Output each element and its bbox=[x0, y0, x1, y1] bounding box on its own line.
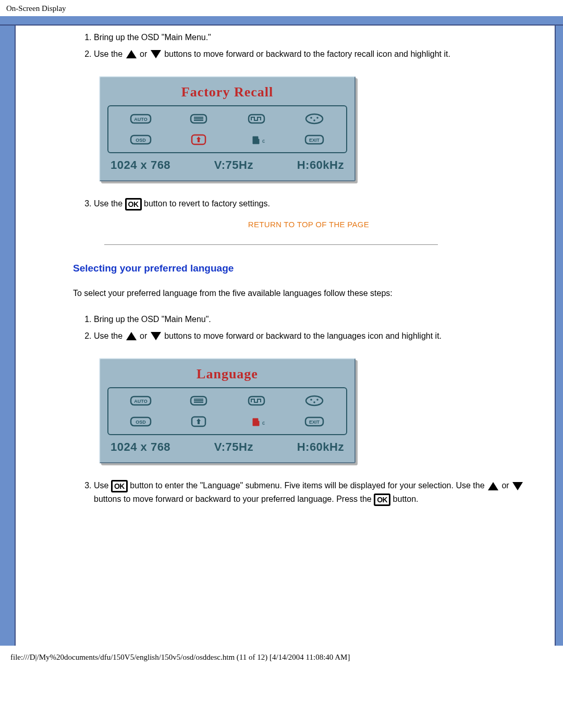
recall-icon bbox=[187, 414, 210, 429]
osd-icon: OSD bbox=[129, 132, 152, 147]
osd-resolution: 1024 x 768 bbox=[111, 440, 170, 454]
exit-icon: EXIT bbox=[303, 414, 326, 429]
osd-vfreq: V:75Hz bbox=[214, 158, 253, 172]
lang-step-1: Bring up the OSD "Main Menu". bbox=[94, 313, 544, 326]
factory-recall-steps-cont: Use the OK button to revert to factory s… bbox=[73, 197, 544, 211]
exit-icon: EXIT bbox=[303, 132, 326, 147]
language-steps: Bring up the OSD "Main Menu". Use the or… bbox=[73, 313, 544, 342]
svg-point-24 bbox=[306, 396, 323, 405]
osd-icon-row-1: AUTO bbox=[112, 393, 343, 408]
step-3: Use the OK button to revert to factory s… bbox=[94, 197, 544, 211]
down-arrow-icon bbox=[512, 482, 523, 490]
svg-text:OSD: OSD bbox=[136, 138, 146, 143]
ok-icon: OK bbox=[111, 480, 128, 492]
svg-point-9 bbox=[316, 117, 319, 119]
ok-icon: OK bbox=[125, 198, 142, 211]
osd-panel-language: Language AUTO OSDєEXIT 1024 x 768 V:75Hz… bbox=[99, 358, 356, 463]
osd-title: Factory Recall bbox=[107, 81, 347, 105]
svg-text:є: є bbox=[262, 420, 265, 426]
recall-icon bbox=[187, 132, 210, 147]
return-to-top-link[interactable]: RETURN TO TOP OF THE PAGE bbox=[73, 220, 544, 229]
osd-icon-row-2: OSDєEXIT bbox=[112, 132, 343, 147]
osd-resolution: 1024 x 768 bbox=[111, 158, 170, 172]
svg-text:AUTO: AUTO bbox=[134, 399, 147, 404]
language-intro: To select your preferred language from t… bbox=[73, 289, 544, 298]
divider bbox=[104, 244, 438, 245]
up-arrow-icon bbox=[488, 482, 498, 490]
language-icon: є bbox=[245, 132, 268, 147]
lang-step-3: Use OK button to enter the "Language" su… bbox=[94, 479, 544, 506]
svg-point-25 bbox=[310, 399, 312, 401]
svg-point-8 bbox=[310, 117, 312, 119]
down-arrow-icon bbox=[151, 332, 161, 340]
svg-text:OSD: OSD bbox=[136, 419, 146, 425]
section-heading-language: Selecting your preferred language bbox=[73, 263, 544, 274]
color-icon bbox=[303, 112, 326, 126]
signal-icon bbox=[245, 393, 268, 408]
osd-hfreq: H:60kHz bbox=[297, 158, 344, 172]
svg-text:AUTO: AUTO bbox=[134, 117, 147, 122]
color-icon bbox=[303, 393, 326, 408]
svg-point-7 bbox=[306, 114, 323, 124]
top-border bbox=[0, 16, 563, 26]
osd-hfreq: H:60kHz bbox=[297, 440, 344, 454]
svg-text:EXIT: EXIT bbox=[309, 138, 320, 143]
step-1: Bring up the OSD "Main Menu." bbox=[94, 31, 544, 44]
down-arrow-icon bbox=[151, 50, 161, 58]
osd-vfreq: V:75Hz bbox=[214, 440, 253, 454]
factory-recall-steps: Bring up the OSD "Main Menu." Use the or… bbox=[73, 31, 544, 60]
language-steps-cont: Use OK button to enter the "Language" su… bbox=[73, 479, 544, 506]
osd-status: 1024 x 768 V:75Hz H:60kHz bbox=[107, 435, 347, 456]
osd-icon: OSD bbox=[129, 414, 152, 429]
svg-point-10 bbox=[313, 119, 315, 121]
step-2: Use the or buttons to move forward or ba… bbox=[94, 47, 544, 61]
right-border bbox=[555, 26, 563, 646]
osd-icon-grid: AUTO OSDєEXIT bbox=[107, 387, 347, 435]
svg-point-27 bbox=[313, 401, 315, 403]
main-content: Bring up the OSD "Main Menu." Use the or… bbox=[16, 26, 555, 646]
osd-icon-row-2: OSDєEXIT bbox=[112, 414, 343, 429]
content-frame: Bring up the OSD "Main Menu." Use the or… bbox=[0, 26, 563, 646]
svg-text:є: є bbox=[262, 138, 265, 144]
footer-path: file:///D|/My%20documents/dfu/150V5/engl… bbox=[0, 646, 563, 666]
signal-icon bbox=[245, 112, 268, 126]
menu-icon bbox=[187, 393, 210, 408]
page-header: On-Screen Display bbox=[0, 0, 563, 16]
auto-icon: AUTO bbox=[129, 112, 152, 126]
osd-icon-grid: AUTO OSDєEXIT bbox=[107, 105, 347, 153]
svg-text:EXIT: EXIT bbox=[309, 419, 320, 425]
osd-title: Language bbox=[107, 363, 347, 387]
left-border bbox=[0, 26, 16, 646]
osd-status: 1024 x 768 V:75Hz H:60kHz bbox=[107, 153, 347, 174]
svg-point-26 bbox=[316, 399, 319, 401]
up-arrow-icon bbox=[126, 50, 137, 58]
language-icon: є bbox=[245, 414, 268, 429]
ok-icon: OK bbox=[374, 493, 390, 506]
menu-icon bbox=[187, 112, 210, 126]
osd-panel-factory-recall: Factory Recall AUTO OSDєEXIT 1024 x 768 … bbox=[99, 76, 356, 181]
up-arrow-icon bbox=[126, 332, 137, 340]
lang-step-2: Use the or buttons to move forward or ba… bbox=[94, 329, 544, 343]
osd-icon-row-1: AUTO bbox=[112, 112, 343, 126]
auto-icon: AUTO bbox=[129, 393, 152, 408]
